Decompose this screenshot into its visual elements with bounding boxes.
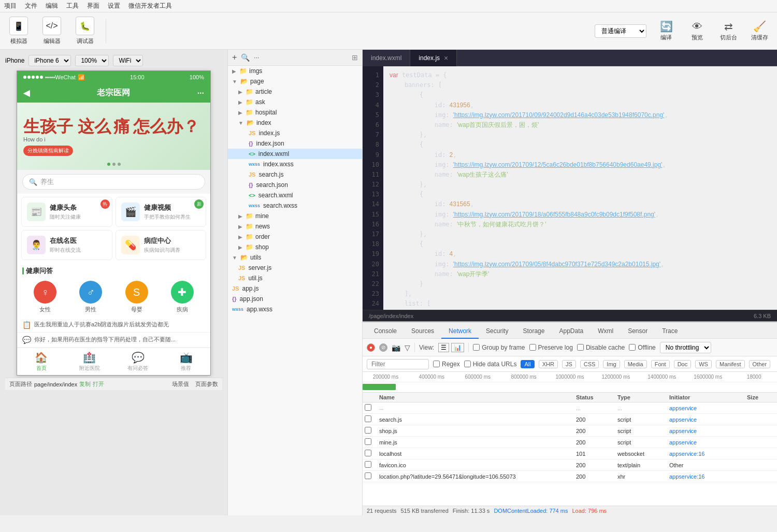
menu-item-tools[interactable]: 工具: [66, 2, 79, 10]
health-icon-female[interactable]: ♀ 女性: [34, 281, 56, 313]
search-input-box[interactable]: 🔍 养生: [22, 174, 205, 190]
health-icon-disease[interactable]: ✚ 疾病: [171, 281, 194, 313]
health-icon-male[interactable]: ♂ 男性: [79, 281, 102, 313]
filter-input[interactable]: [367, 359, 429, 369]
filter-xhr[interactable]: XHR: [539, 360, 558, 368]
filter-font[interactable]: Font: [651, 360, 670, 368]
grid-item-1[interactable]: 🎬 健康视频 手把手教你如何养生 新: [116, 197, 207, 227]
menu-item-wechat-devtools[interactable]: 微信开发者工具: [128, 2, 172, 10]
menu-item-settings[interactable]: 设置: [108, 2, 120, 10]
col-initiator-header[interactable]: Initiator: [665, 394, 743, 400]
row-check-1[interactable]: [365, 427, 371, 434]
compile-btn[interactable]: 🔄 编译: [655, 20, 678, 41]
menu-item-ui[interactable]: 界面: [87, 2, 99, 10]
nav-recommend[interactable]: 📺 推荐: [162, 348, 210, 375]
tree-utils[interactable]: ▼ 📂 utils: [228, 252, 362, 263]
camera-icon[interactable]: 📷: [392, 343, 400, 352]
cutover-btn[interactable]: ⇄ 切后台: [717, 20, 740, 41]
filetree-layout-icon[interactable]: ⊞: [352, 53, 358, 62]
tree-order[interactable]: ▶ 📁 order: [228, 232, 362, 242]
tab-storage[interactable]: Storage: [515, 324, 552, 339]
filter-css[interactable]: CSS: [580, 360, 599, 368]
tab-console[interactable]: Console: [367, 324, 404, 339]
menu-item-project[interactable]: 项目: [4, 2, 17, 10]
offline-input[interactable]: [629, 344, 636, 351]
menu-item-edit[interactable]: 编辑: [46, 2, 58, 10]
filter-icon[interactable]: ▽: [405, 343, 410, 352]
filetree-more-icon[interactable]: ···: [254, 54, 259, 61]
banner-btn[interactable]: 分娩镇痛指南解读: [23, 146, 73, 156]
tree-search-js[interactable]: JS search.js: [228, 169, 362, 180]
compile-dropdown[interactable]: 普通编译: [595, 24, 646, 38]
tab-wxml[interactable]: Wxml: [591, 324, 621, 339]
tree-search-wxml[interactable]: <> search.wxml: [228, 190, 362, 200]
row-check-0[interactable]: [365, 415, 371, 422]
row-check-5[interactable]: [365, 472, 371, 479]
network-select[interactable]: WiFi: [113, 55, 143, 66]
list-view-icon[interactable]: ☰: [438, 343, 449, 352]
col-status-header[interactable]: Status: [572, 394, 613, 400]
row-check-hidden[interactable]: [365, 404, 371, 411]
filter-all[interactable]: All: [521, 360, 534, 368]
health-icon-baby[interactable]: S 母婴: [125, 281, 148, 313]
tab-appdata[interactable]: AppData: [552, 324, 591, 339]
table-row-0[interactable]: search.js 200 script appservice: [363, 414, 777, 425]
table-row-4[interactable]: favicon.ico 200 text/plain Other: [363, 459, 777, 471]
col-size-header[interactable]: Size: [743, 394, 777, 400]
editor-btn[interactable]: </> 编辑器: [39, 17, 64, 45]
nav-hospital[interactable]: 🏥 附近医院: [65, 348, 113, 375]
stop-btn[interactable]: ⊘: [379, 343, 387, 352]
preserve-log-check[interactable]: Preserve log: [529, 344, 573, 351]
col-name-header[interactable]: Name: [375, 394, 572, 400]
tree-index-wxss[interactable]: wxss index.wxss: [228, 159, 362, 169]
tree-server-js[interactable]: JS server.js: [228, 263, 362, 273]
col-type-header[interactable]: Type: [613, 394, 665, 400]
copy-btn[interactable]: 复制: [79, 380, 91, 388]
regex-check[interactable]: Regex: [433, 361, 460, 368]
filetree-search-icon[interactable]: 🔍: [241, 53, 250, 62]
grid-item-3[interactable]: 💊 病症中心 疾病知识与调养: [116, 230, 207, 260]
table-row-5[interactable]: location.php?latitude=29.56471&longitude…: [363, 471, 777, 482]
code-content[interactable]: var testData = { banners: [ { id: 431956…: [383, 66, 777, 310]
tab-sensor[interactable]: Sensor: [621, 324, 655, 339]
tree-index-js[interactable]: JS index.js: [228, 128, 362, 138]
compile-select[interactable]: 普通编译: [595, 24, 646, 38]
regex-input[interactable]: [433, 361, 440, 367]
device-select[interactable]: iPhone 6: [28, 55, 71, 66]
grid-item-2[interactable]: 👨‍⚕️ 在线名医 即时在线交流: [21, 230, 112, 260]
filter-js[interactable]: JS: [562, 360, 576, 368]
hide-data-check[interactable]: Hide data URLs: [464, 361, 517, 368]
nav-home[interactable]: 🏠 首页: [17, 348, 65, 375]
grid-item-0[interactable]: 📰 健康头条 随时关注健康 热: [21, 197, 112, 227]
preserve-log-input[interactable]: [529, 344, 536, 351]
row-check-3[interactable]: [365, 450, 371, 456]
row-check-2[interactable]: [365, 438, 371, 445]
zoom-select[interactable]: 100%: [75, 55, 109, 66]
tree-shop[interactable]: ▶ 📁 shop: [228, 242, 362, 252]
tree-mine[interactable]: ▶ 📁 mine: [228, 211, 362, 221]
open-btn[interactable]: 打开: [93, 380, 104, 388]
nav-qa[interactable]: 💬 有问必答: [114, 348, 162, 375]
disable-cache-check[interactable]: Disable cache: [577, 344, 625, 351]
offline-check[interactable]: Offline: [629, 344, 655, 351]
waterfall-icon[interactable]: 📊: [451, 343, 464, 352]
table-row-3[interactable]: localhost 101 websocket appservice:16: [363, 448, 777, 459]
tab-security[interactable]: Security: [479, 324, 515, 339]
simulator-btn[interactable]: 📱 模拟器: [6, 17, 31, 45]
tree-index-wxml[interactable]: <> index.wxml: [228, 149, 362, 159]
tab-network[interactable]: Network: [441, 324, 479, 339]
throttling-select[interactable]: No throttling: [660, 342, 711, 353]
tab-sources[interactable]: Sources: [404, 324, 441, 339]
tree-search-json[interactable]: {} search.json: [228, 180, 362, 190]
filetree-add-icon[interactable]: +: [232, 53, 237, 62]
tree-hospital[interactable]: ▶ 📁 hospital: [228, 107, 362, 118]
tab-index-js[interactable]: index.js ×: [410, 50, 457, 66]
disable-cache-input[interactable]: [577, 344, 584, 351]
preview-btn[interactable]: 👁 预览: [686, 21, 709, 41]
table-row-2[interactable]: mine.js 200 script appservice: [363, 437, 777, 448]
row-check-4[interactable]: [365, 461, 371, 468]
tree-article[interactable]: ▶ 📁 article: [228, 87, 362, 97]
tree-search-wxss[interactable]: wxss search.wxss: [228, 200, 362, 211]
tab-trace[interactable]: Trace: [655, 324, 685, 339]
tree-news[interactable]: ▶ 📁 news: [228, 221, 362, 232]
